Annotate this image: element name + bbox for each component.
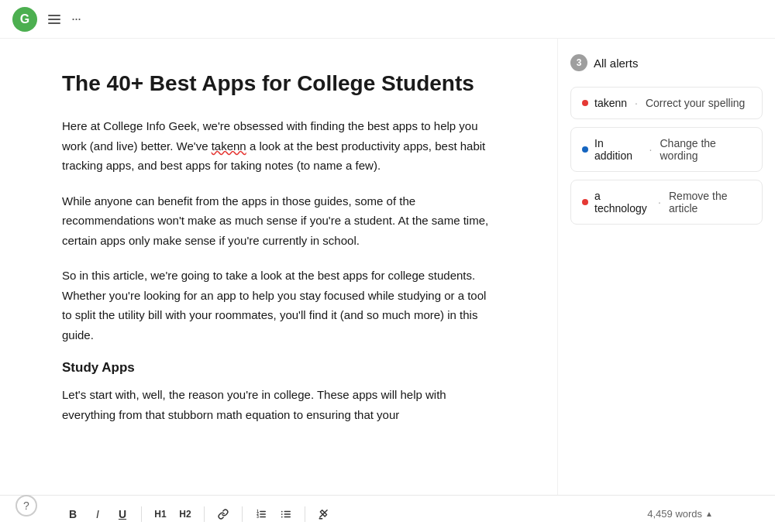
paragraph-1: Here at College Info Geek, we're obsesse…: [62, 116, 495, 176]
alerts-badge: 3: [570, 54, 587, 71]
link-icon: [218, 509, 229, 520]
paragraph-3: So in this article, we're going to take …: [62, 266, 495, 345]
grammarly-logo: G: [12, 7, 37, 32]
word-count[interactable]: 4,459 words ▲: [647, 508, 713, 520]
article-body: Here at College Info Geek, we're obsesse…: [62, 116, 495, 424]
ordered-list-button[interactable]: 1 2 3: [250, 503, 272, 525]
alert-word-1: takenn: [594, 97, 627, 109]
bold-button[interactable]: B: [62, 503, 84, 525]
svg-point-10: [281, 513, 283, 515]
alert-suggestion-3: Remove the article: [669, 190, 751, 215]
alert-dot-red-1: [582, 100, 588, 106]
ordered-list-icon: 1 2 3: [256, 509, 267, 520]
svg-point-9: [281, 510, 283, 512]
alert-suggestion-1: Correct your spelling: [646, 97, 745, 109]
alert-item-spelling[interactable]: takenn · Correct your spelling: [570, 87, 763, 119]
paragraph-2: While anyone can benefit from the apps i…: [62, 191, 495, 251]
h2-button[interactable]: H2: [174, 503, 196, 525]
h1-button[interactable]: H1: [150, 503, 171, 525]
toolbar-divider-2: [204, 506, 205, 522]
more-options-icon[interactable]: ···: [68, 12, 84, 27]
alert-word-2: In addition: [594, 137, 642, 162]
word-count-arrow: ▲: [705, 510, 713, 518]
bottom-toolbar: B I U H1 H2 1 2 3: [0, 495, 775, 532]
svg-point-11: [281, 516, 283, 517]
study-apps-heading: Study Apps: [62, 360, 495, 376]
unordered-list-button[interactable]: [275, 503, 297, 525]
alerts-panel: 3 All alerts takenn · Correct your spell…: [558, 39, 775, 495]
alerts-header: 3 All alerts: [570, 54, 763, 71]
paragraph-4: Let's start with, well, the reason you'r…: [62, 385, 495, 424]
alert-item-article[interactable]: a technology · Remove the article: [570, 180, 763, 225]
alert-separator-1: ·: [635, 97, 638, 109]
alert-dot-red-3: [582, 199, 588, 205]
link-button[interactable]: [212, 503, 234, 525]
alert-item-wording[interactable]: In addition · Change the wording: [570, 127, 763, 172]
misspelled-word: takenn: [212, 139, 246, 153]
alerts-title: All alerts: [594, 57, 639, 70]
hamburger-menu-icon[interactable]: [45, 12, 64, 27]
toolbar-divider-4: [305, 506, 305, 522]
help-button[interactable]: ?: [16, 495, 37, 517]
top-bar: G ···: [0, 0, 775, 39]
clear-format-button[interactable]: [313, 503, 335, 525]
svg-text:3: 3: [257, 514, 259, 518]
alert-dot-blue-2: [582, 146, 588, 153]
toolbar-divider-3: [242, 506, 243, 522]
underline-button[interactable]: U: [112, 503, 133, 525]
alert-separator-3: ·: [658, 196, 661, 208]
article-title: The 40+ Best Apps for College Students: [62, 70, 495, 98]
main-layout: The 40+ Best Apps for College Students H…: [0, 39, 775, 495]
alert-word-3: a technology: [594, 190, 650, 215]
clear-format-icon: [319, 509, 329, 520]
italic-button[interactable]: I: [87, 503, 108, 525]
toolbar-divider-1: [141, 506, 142, 522]
editor-area[interactable]: The 40+ Best Apps for College Students H…: [0, 39, 558, 495]
unordered-list-icon: [281, 509, 291, 520]
alert-suggestion-2: Change the wording: [660, 137, 751, 162]
alert-separator-2: ·: [649, 143, 653, 156]
